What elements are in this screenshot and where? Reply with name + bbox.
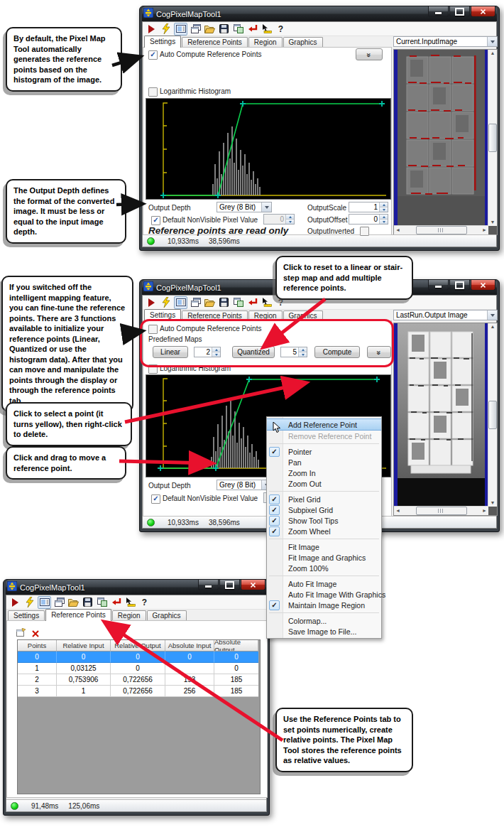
spin-down-icon[interactable] <box>286 219 294 224</box>
close-button[interactable] <box>241 580 265 590</box>
image-display[interactable]: ▲▼ ◄► <box>393 49 498 235</box>
table-row[interactable]: 0 0 0 0 0 <box>18 652 260 663</box>
close-button[interactable] <box>471 280 495 291</box>
dropdown-arrow-icon[interactable] <box>487 37 497 46</box>
column-header[interactable]: Absolute Input <box>165 640 214 652</box>
copy-results-icon[interactable] <box>232 297 244 308</box>
cell-relative-output[interactable]: 0 <box>111 663 165 674</box>
open-file-icon[interactable] <box>204 23 216 35</box>
cell-points[interactable]: 0 <box>18 652 57 663</box>
horizontal-scrollbar[interactable]: ◄► <box>394 225 488 234</box>
menu-item-pixel-grid[interactable]: ✓Pixel Grid <box>267 494 381 504</box>
titlebar[interactable]: CogPixelMapTool1 <box>6 580 267 595</box>
close-button[interactable] <box>471 6 495 17</box>
minimize-button[interactable] <box>428 6 449 17</box>
pointer-ruler-icon[interactable] <box>124 597 136 608</box>
tab-reference-points[interactable]: Reference Points <box>182 37 248 48</box>
spin-down-icon[interactable] <box>380 207 388 212</box>
menu-item-zoom-out[interactable]: Zoom Out <box>267 478 381 489</box>
table-row[interactable]: 1 0,03125 0 0 <box>18 663 260 674</box>
reset-tool-icon[interactable] <box>110 597 122 608</box>
column-header[interactable]: Absolute Output <box>214 640 258 652</box>
menu-item-auto-fit-image[interactable]: Auto Fit Image <box>267 578 381 589</box>
cascade-windows-icon[interactable] <box>190 23 202 35</box>
cell-relative-input[interactable]: 0,753906 <box>57 674 111 686</box>
minimize-button[interactable] <box>428 280 449 291</box>
save-icon[interactable] <box>218 297 230 308</box>
image-selector[interactable]: Current.InputImage <box>393 36 498 47</box>
cell-absolute-output[interactable]: 0 <box>214 652 258 663</box>
menu-item-pan[interactable]: Pan <box>267 457 381 467</box>
cell-absolute-output[interactable]: 185 <box>214 686 258 697</box>
dropdown-arrow-icon[interactable] <box>261 202 271 212</box>
run-icon[interactable] <box>9 597 21 608</box>
help-icon[interactable]: ? <box>275 23 287 35</box>
output-depth-select[interactable]: Grey (8 Bit) <box>217 202 272 212</box>
menu-item-zoom-100[interactable]: Zoom 100% <box>267 563 381 573</box>
nonvisible-spinner[interactable]: 0 <box>263 214 295 225</box>
cell-absolute-input[interactable]: 193 <box>165 674 214 686</box>
auto-compute-checkbox[interactable]: ✓ <box>148 50 158 60</box>
nonvisible-checkbox[interactable]: ✓ <box>151 216 160 225</box>
maximize-button[interactable] <box>449 6 470 17</box>
electric-run-icon[interactable] <box>23 597 35 608</box>
save-icon[interactable] <box>82 597 94 608</box>
menu-item-fit-image[interactable]: Fit Image <box>267 541 381 552</box>
output-depth-select[interactable]: Grey (8 Bit) <box>217 480 272 490</box>
run-icon[interactable] <box>146 23 158 35</box>
menu-item-add-reference-point[interactable]: Add Reference Point <box>267 418 381 431</box>
nonvisible-checkbox[interactable]: ✓ <box>151 494 160 504</box>
cell-relative-input[interactable]: 0,03125 <box>57 663 111 674</box>
save-icon[interactable] <box>218 23 230 35</box>
minimize-button[interactable] <box>198 580 219 590</box>
tab-reference-points[interactable]: Reference Points <box>45 609 111 621</box>
cell-absolute-output[interactable]: 185 <box>214 674 258 686</box>
copy-results-icon[interactable] <box>232 23 244 35</box>
column-header[interactable]: Relative Input <box>57 640 111 652</box>
electric-run-icon[interactable] <box>160 297 172 308</box>
histogram-display[interactable] <box>146 98 391 200</box>
reset-tool-icon[interactable] <box>246 23 258 35</box>
cell-points[interactable]: 1 <box>18 663 57 674</box>
menu-item-maintain-image-region[interactable]: ✓Maintain Image Region <box>267 600 381 610</box>
menu-item-show-tool-tips[interactable]: ✓Show Tool Tips <box>267 515 381 526</box>
cell-absolute-input[interactable]: 0 <box>165 652 214 663</box>
vertical-scrollbar[interactable]: ▲▼ <box>488 323 497 507</box>
vertical-scrollbar[interactable]: ▲▼ <box>488 50 497 226</box>
menu-item-pointer[interactable]: ✓Pointer <box>267 446 381 457</box>
image-display-toggle-icon[interactable] <box>174 23 187 36</box>
tab-settings[interactable]: Settings <box>8 610 45 621</box>
cell-relative-output[interactable]: 0,722656 <box>111 674 165 686</box>
menu-item-save-image-to-file[interactable]: Save Image to File... <box>267 626 381 637</box>
output-inverted-checkbox[interactable] <box>360 227 369 236</box>
menu-item-auto-fit-image-with-graphics[interactable]: Auto Fit Image With Graphics <box>267 589 381 600</box>
open-file-icon[interactable] <box>67 597 80 608</box>
spin-down-icon[interactable] <box>380 219 388 224</box>
table-row[interactable]: 3 1 0,722656 256 185 <box>18 686 260 697</box>
add-point-icon[interactable] <box>16 627 26 639</box>
tab-settings[interactable]: Settings <box>144 36 181 48</box>
cell-relative-output[interactable]: 0 <box>111 652 165 663</box>
cell-absolute-input[interactable] <box>165 663 214 674</box>
column-header[interactable]: Points <box>18 640 57 652</box>
cell-points[interactable]: 3 <box>18 686 57 697</box>
maximize-button[interactable] <box>219 580 240 590</box>
tab-graphics[interactable]: Graphics <box>147 610 187 621</box>
image-display-toggle-icon[interactable] <box>38 596 51 609</box>
pointer-ruler-icon[interactable] <box>261 297 273 308</box>
menu-item-subpixel-grid[interactable]: ✓Subpixel Grid <box>267 504 381 515</box>
scrollbar-thumb[interactable] <box>416 226 467 234</box>
expand-button[interactable]: » <box>356 48 383 60</box>
menu-item-zoom-in[interactable]: Zoom In <box>267 467 381 478</box>
electric-run-icon[interactable] <box>160 23 172 35</box>
tab-region[interactable]: Region <box>112 610 146 621</box>
reset-tool-icon[interactable] <box>246 297 258 308</box>
scrollbar-thumb[interactable] <box>488 401 497 429</box>
cell-relative-input[interactable]: 0 <box>57 652 111 663</box>
delete-point-icon[interactable] <box>32 627 39 640</box>
menu-item-fit-image-and-graphics[interactable]: Fit Image and Graphics <box>267 552 381 563</box>
log-histogram-checkbox[interactable] <box>148 87 158 97</box>
menu-item-zoom-wheel[interactable]: ✓Zoom Wheel <box>267 526 381 536</box>
cascade-windows-icon[interactable] <box>53 597 65 608</box>
horizontal-scrollbar[interactable]: ◄► <box>394 506 488 515</box>
